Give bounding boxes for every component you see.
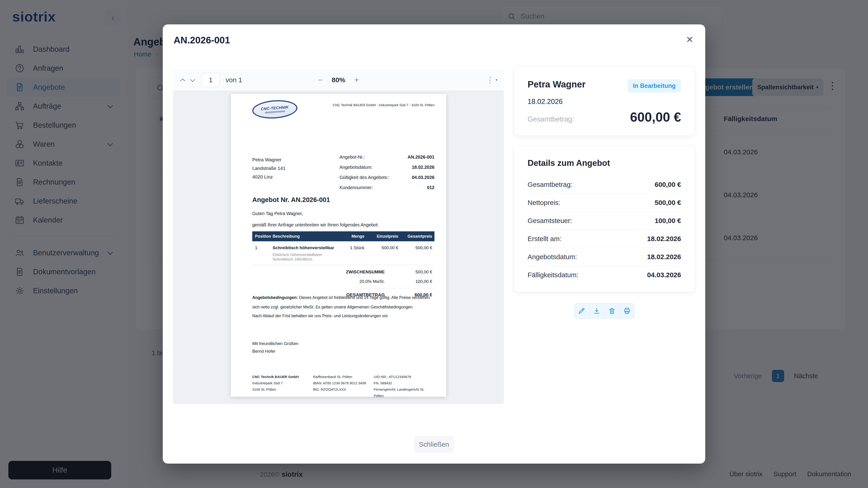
- detail-row: Angebotsdatum:18.02.2026: [528, 248, 681, 266]
- page-count-label: von 1: [225, 76, 242, 84]
- zoom-out-button[interactable]: −: [318, 75, 322, 85]
- zoom-controls: − 80% +: [318, 69, 359, 91]
- pdf-page: CNC-TECHNIK CNC Technik BAUER GmbH - Ind…: [231, 94, 446, 397]
- detail-row: Gesamtbetrag:600,00 €: [528, 175, 681, 194]
- detail-row: Nettopreis:500,00 €: [528, 194, 681, 212]
- total-label: Gesamtbetrag:: [528, 115, 574, 123]
- doc-positions-table: Position Beschreibung Menge Einzelpreis …: [252, 231, 434, 298]
- doc-closing: Mit freundlichen Grüßen Bernd Hofer: [252, 340, 298, 355]
- doc-intro: gemäß Ihrer Anfrage unterbreiten wir Ihn…: [252, 222, 379, 228]
- details-title: Details zum Angebot: [528, 158, 681, 168]
- doc-footer: CNC Technik BAUER GmbH Industriepark Süd…: [252, 374, 434, 399]
- kebab-icon: ⋮: [486, 75, 494, 85]
- document-actions: [514, 303, 695, 319]
- doc-heading: Angebot Nr. AN.2026-001: [252, 196, 330, 203]
- download-icon: [593, 307, 600, 315]
- total-amount: 600,00 €: [630, 109, 681, 125]
- print-button[interactable]: [620, 303, 635, 319]
- angebot-detail-modal: AN.2026-001 ✕ von 1 − 80% + ⋮ ▾: [163, 24, 705, 464]
- detail-row: Fälligkeitsdatum:04.03.2026: [528, 266, 681, 284]
- printer-icon: [623, 307, 631, 315]
- doc-terms: Angebotsbedingungen: Dieses Angebot ist …: [252, 293, 434, 312]
- edit-button[interactable]: [574, 303, 589, 319]
- trash-icon: [608, 307, 616, 315]
- customer-summary-card: Petra Wagner In Bearbeitung 18.02.2026 G…: [514, 66, 695, 135]
- previous-page-icon[interactable]: [180, 78, 185, 84]
- zoom-in-button[interactable]: +: [354, 75, 359, 85]
- app-screen: siotrix ‹ Dashboard Anfragen Angebote Au…: [0, 0, 868, 488]
- close-modal-button[interactable]: Schließen: [414, 436, 454, 453]
- status-badge: In Bearbeitung: [627, 79, 681, 93]
- doc-meta-block: Angebot-Nr.:AN.2026-001 Angebotsdatum:18…: [340, 155, 434, 195]
- pdf-viewer: von 1 − 80% + ⋮ ▾ CNC-TECHNIK CNC: [173, 69, 504, 404]
- caret-down-icon: ▾: [495, 77, 498, 83]
- doc-position-row: 1 Schreibtisch höhenverstellbar Elektris…: [252, 241, 434, 265]
- zoom-level: 80%: [332, 76, 345, 84]
- angebot-details-panel: Petra Wagner In Bearbeitung 18.02.2026 G…: [514, 66, 695, 319]
- pencil-icon: [578, 307, 585, 315]
- details-card: Details zum Angebot Gesamtbetrag:600,00 …: [514, 145, 695, 292]
- detail-row: Gesamtsteuer:100,00 €: [528, 212, 681, 230]
- pdf-canvas[interactable]: CNC-TECHNIK CNC Technik BAUER GmbH - Ind…: [173, 91, 504, 404]
- close-icon[interactable]: ✕: [686, 34, 693, 45]
- page-number-input[interactable]: [202, 73, 220, 87]
- doc-sender-line: CNC Technik BAUER GmbH - Industriepark S…: [333, 103, 434, 107]
- customer-name: Petra Wagner: [528, 79, 585, 90]
- doc-recipient-address: Petra Wagner Landstraße 141 4020 Linz: [252, 156, 285, 181]
- next-page-icon[interactable]: [190, 77, 195, 82]
- delete-button[interactable]: [604, 303, 620, 319]
- download-button[interactable]: [589, 303, 604, 319]
- doc-terms-2: Nach Ablauf der Frist behalten wir uns P…: [252, 314, 389, 318]
- angebot-date: 18.02.2026: [528, 98, 681, 106]
- cnc-technik-logo: CNC-TECHNIK: [252, 99, 298, 120]
- doc-greeting: Guten Tag Petra Wagner,: [252, 211, 303, 216]
- detail-row: Erstellt am:18.02.2026: [528, 230, 681, 248]
- modal-title: AN.2026-001: [174, 35, 230, 46]
- pdf-toolbar: von 1 − 80% + ⋮ ▾: [173, 69, 504, 91]
- pdf-more-menu[interactable]: ⋮ ▾: [486, 69, 498, 91]
